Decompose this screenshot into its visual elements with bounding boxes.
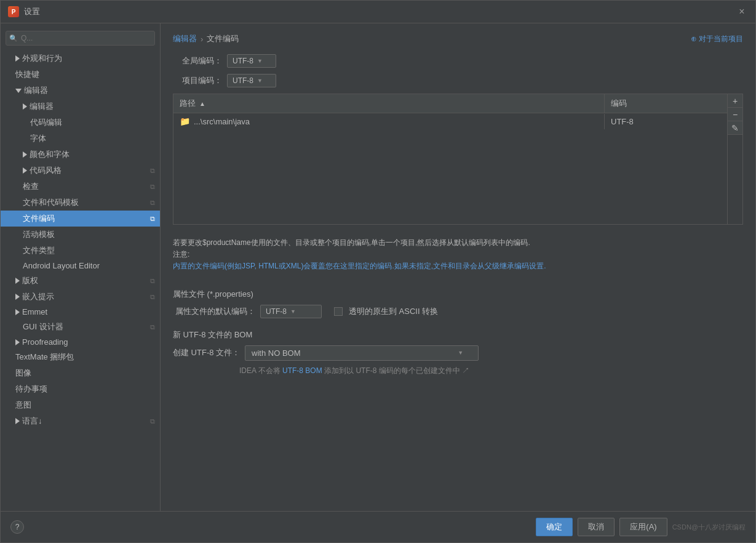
transparent-ascii-checkbox[interactable] — [334, 307, 343, 316]
breadcrumb-separator: › — [201, 34, 203, 44]
expand-icon — [15, 278, 20, 284]
sidebar-item-live-template[interactable]: 活动模板 — [1, 227, 160, 243]
add-row-button[interactable]: + — [728, 94, 742, 108]
info-text2: 注意: — [173, 249, 743, 260]
sidebar-item-keymap[interactable]: 快捷键 — [1, 66, 160, 82]
global-encoding-value: UTF-8 — [233, 57, 253, 65]
copy-icon: ⧉ — [150, 277, 155, 285]
dropdown-arrow-icon: ▼ — [257, 78, 263, 84]
bom-section-title: 新 UTF-8 文件的 BOM — [173, 329, 743, 340]
create-utf8-label: 创建 UTF-8 文件： — [173, 347, 240, 358]
sidebar-item-todo[interactable]: 待办事项 — [1, 381, 160, 397]
info-text1: 若要更改$productName使用的文件、目录或整个项目的编码,单击一个项目,… — [173, 237, 743, 249]
copy-icon: ⧉ — [150, 323, 155, 331]
encoding-table-wrapper: 路径 ▲ 编码 📁 ...\src\main\java — [173, 94, 743, 225]
sidebar-item-inspection[interactable]: 检查 ⧉ — [1, 179, 160, 195]
global-encoding-dropdown[interactable]: UTF-8 ▼ — [227, 54, 276, 68]
expand-icon — [23, 151, 27, 158]
project-encoding-row: 项目编码： UTF-8 ▼ — [173, 74, 743, 87]
properties-encoding-dropdown[interactable]: UTF-8 ▼ — [260, 305, 322, 318]
sidebar-item-editor-group[interactable]: 编辑器 — [1, 82, 160, 99]
dialog-footer: ? 确定 取消 应用(A) CSDN@十八岁讨厌编程 — [1, 511, 755, 542]
sidebar: 🔍 外观和行为 快捷键 编辑器 编辑器 代码编辑 — [1, 23, 161, 511]
copy-icon: ⧉ — [150, 417, 155, 425]
sidebar-item-file-template[interactable]: 文件和代码模板 ⧉ — [1, 195, 160, 211]
table-action-buttons: + − ✎ — [727, 94, 742, 224]
cancel-button[interactable]: 取消 — [578, 518, 615, 536]
expand-icon — [23, 167, 27, 174]
global-encoding-label: 全局编码： — [173, 55, 222, 66]
edit-row-button[interactable]: ✎ — [728, 121, 742, 135]
expand-icon — [15, 418, 20, 424]
sidebar-item-appearance[interactable]: 外观和行为 — [1, 50, 160, 66]
properties-section-title: 属性文件 (*.properties) — [173, 289, 743, 300]
copy-icon: ⧉ — [150, 293, 155, 301]
sidebar-item-font[interactable]: 字体 — [1, 131, 160, 147]
sidebar-item-idea[interactable]: 意图 — [1, 397, 160, 413]
dropdown-arrow-icon: ▼ — [458, 350, 463, 356]
expand-icon — [23, 103, 27, 110]
sidebar-item-copyright[interactable]: 版权 ⧉ — [1, 273, 160, 289]
sidebar-item-code-edit[interactable]: 代码编辑 — [1, 115, 160, 131]
sidebar-item-editor-sub[interactable]: 编辑器 — [1, 99, 160, 115]
create-utf8-dropdown[interactable]: with NO BOM ▼ — [245, 345, 479, 361]
create-utf8-value: with NO BOM — [252, 348, 300, 358]
help-button[interactable]: ? — [10, 520, 24, 534]
close-button[interactable]: × — [736, 6, 748, 18]
sidebar-item-proofreading[interactable]: Proofreading — [1, 335, 160, 349]
bom-note-link[interactable]: UTF-8 BOM — [282, 366, 322, 375]
search-icon: 🔍 — [9, 34, 18, 42]
encoding-cell: UTF-8 — [604, 114, 727, 129]
bom-row: 创建 UTF-8 文件： with NO BOM ▼ — [173, 345, 743, 361]
sidebar-item-lang[interactable]: 语言↓ ⧉ — [1, 413, 160, 429]
project-link[interactable]: ⊕ 对于当前项目 — [691, 34, 743, 44]
expand-icon — [15, 294, 20, 300]
encoding-table: 路径 ▲ 编码 📁 ...\src\main\java — [173, 94, 727, 224]
encoding-value: UTF-8 — [611, 117, 634, 126]
sidebar-item-file-encoding[interactable]: 文件编码 ⧉ — [1, 211, 160, 227]
sidebar-item-gui-designer[interactable]: GUI 设计器 ⧉ — [1, 319, 160, 335]
dialog-body: 🔍 外观和行为 快捷键 编辑器 编辑器 代码编辑 — [1, 23, 755, 511]
watermark-text: CSDN@十八岁讨厌编程 — [672, 523, 746, 532]
sidebar-item-code-style[interactable]: 代码风格 ⧉ — [1, 163, 160, 179]
sidebar-item-embed-hint[interactable]: 嵌入提示 ⧉ — [1, 289, 160, 305]
expand-icon — [15, 89, 22, 93]
sidebar-item-emmet[interactable]: Emmet — [1, 305, 160, 319]
properties-label: 属性文件的默认编码： — [175, 306, 255, 317]
table-row[interactable]: 📁 ...\src\main\java UTF-8 — [173, 113, 727, 129]
copy-icon-active: ⧉ — [150, 215, 155, 223]
main-content: 编辑器 › 文件编码 ⊕ 对于当前项目 全局编码： UTF-8 ▼ 项目编码： … — [161, 23, 755, 511]
dropdown-arrow-icon: ▼ — [257, 58, 263, 64]
remove-row-button[interactable]: − — [728, 108, 742, 121]
sidebar-item-textmate[interactable]: TextMate 捆绑包 — [1, 349, 160, 365]
ok-button[interactable]: 确定 — [536, 518, 573, 536]
sidebar-item-images[interactable]: 图像 — [1, 365, 160, 381]
copy-icon: ⧉ — [150, 199, 155, 207]
settings-dialog: P 设置 × 🔍 外观和行为 快捷键 编辑器 — [0, 0, 756, 543]
sidebar-item-file-type[interactable]: 文件类型 — [1, 243, 160, 259]
info-text3: 内置的文件编码(例如JSP, HTML或XML)会覆盖您在这里指定的编码.如果未… — [173, 260, 743, 272]
global-encoding-row: 全局编码： UTF-8 ▼ — [173, 54, 743, 68]
breadcrumb-part1[interactable]: 编辑器 — [173, 33, 197, 44]
properties-row: 属性文件的默认编码： UTF-8 ▼ 透明的原生到 ASCII 转换 — [173, 305, 743, 318]
folder-icon: 📁 — [180, 116, 190, 126]
sidebar-item-color-font[interactable]: 颜色和字体 — [1, 147, 160, 163]
path-value: ...\src\main\java — [194, 117, 250, 126]
expand-icon — [15, 309, 20, 315]
table-header: 路径 ▲ 编码 — [173, 94, 727, 113]
search-input[interactable] — [6, 31, 155, 46]
copy-icon: ⧉ — [150, 183, 155, 191]
col-path-header: 路径 ▲ — [173, 94, 604, 113]
app-icon: P — [8, 6, 19, 17]
project-encoding-value: UTF-8 — [233, 76, 253, 85]
expand-icon — [15, 339, 20, 345]
project-encoding-dropdown[interactable]: UTF-8 ▼ — [227, 74, 276, 87]
col-encoding-header: 编码 — [604, 94, 727, 113]
properties-encoding-value: UTF-8 — [266, 307, 287, 316]
apply-button[interactable]: 应用(A) — [619, 518, 667, 536]
bom-section: 新 UTF-8 文件的 BOM 创建 UTF-8 文件： with NO BOM… — [173, 329, 743, 376]
title-bar: P 设置 × — [1, 1, 755, 23]
title-bar-left: P 设置 — [8, 6, 40, 17]
sidebar-item-android-layout[interactable]: Android Layout Editor — [1, 259, 160, 273]
expand-icon — [15, 55, 20, 62]
